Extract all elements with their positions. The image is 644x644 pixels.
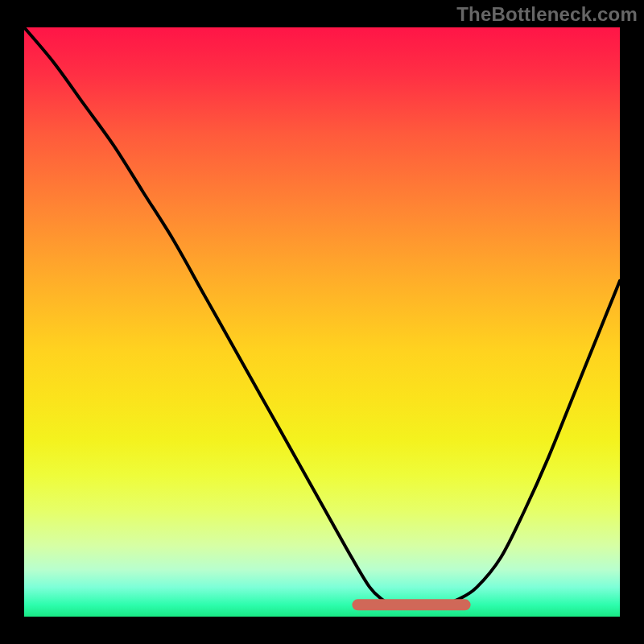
chart-frame: TheBottleneck.com xyxy=(0,0,644,644)
bottleneck-curve xyxy=(24,27,620,605)
plot-area xyxy=(24,27,620,617)
curve-svg xyxy=(24,27,620,617)
attribution-text: TheBottleneck.com xyxy=(456,3,638,26)
